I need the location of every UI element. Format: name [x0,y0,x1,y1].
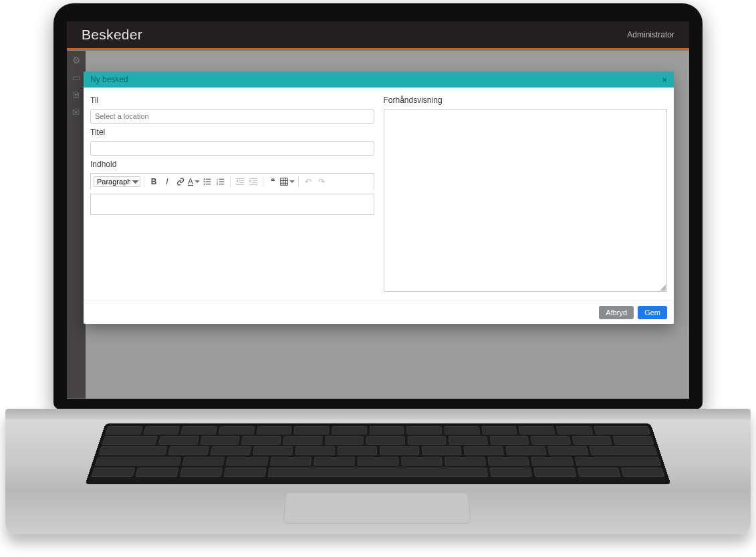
svg-rect-3 [206,181,211,182]
svg-rect-9 [219,181,225,182]
save-button[interactable]: Gem [638,306,667,319]
modal-title: Ny besked [90,75,128,84]
app-header: Beskeder Administrator [67,21,689,49]
preview-label: Forhåndsvisning [384,96,668,105]
italic-button[interactable]: I [161,176,173,188]
to-label: Til [90,96,374,105]
svg-rect-17 [249,178,257,179]
svg-rect-11 [219,184,225,184]
current-user-label: Administrator [627,30,674,39]
laptop-base [5,409,751,534]
svg-rect-15 [239,182,245,183]
preview-area [384,109,668,292]
svg-rect-22 [281,178,288,186]
page-title: Beskeder [82,27,142,43]
modal-body: Til Titel Indhold Paragraph B I [84,87,674,300]
numbered-list-button[interactable]: 123 [215,176,227,188]
content-editor[interactable] [90,194,374,215]
resize-handle-icon[interactable] [660,285,666,291]
svg-point-0 [204,178,205,180]
screen: Beskeder Administrator ⚙ ▭ 🗎 ✉ Ny besked… [67,21,689,399]
bold-button[interactable]: B [148,176,160,188]
form-column: Til Titel Indhold Paragraph B I [90,96,374,292]
svg-rect-7 [219,179,225,180]
modal-footer: Afbryd Gem [84,300,674,324]
laptop-trackpad [283,492,471,524]
preview-column: Forhåndsvisning [384,96,668,292]
font-color-button[interactable]: A [188,176,200,188]
svg-rect-20 [253,182,258,183]
to-location-select[interactable] [90,109,374,124]
paragraph-style-select[interactable]: Paragraph [94,176,140,187]
svg-rect-12 [236,178,244,179]
table-button[interactable] [280,176,295,188]
modal-header: Ny besked × [84,71,674,87]
svg-text:3: 3 [217,183,218,186]
svg-marker-19 [249,180,251,183]
bullet-list-button[interactable] [201,176,213,188]
title-input[interactable] [90,141,374,156]
svg-rect-1 [206,179,211,180]
cancel-button[interactable]: Afbryd [599,306,634,319]
undo-button[interactable]: ↶ [302,176,314,188]
svg-rect-13 [239,180,245,181]
outdent-button[interactable] [234,176,246,188]
svg-rect-21 [249,184,257,185]
svg-point-4 [204,184,205,185]
content-label: Indhold [90,160,374,169]
redo-button[interactable]: ↷ [316,176,328,188]
editor-toolbar: Paragraph B I A 123 [90,173,374,190]
title-label: Titel [90,128,374,137]
link-button[interactable] [174,176,186,188]
svg-rect-16 [236,184,244,185]
laptop-frame: Beskeder Administrator ⚙ ▭ 🗎 ✉ Ny besked… [0,0,756,557]
svg-marker-14 [236,180,238,183]
svg-rect-18 [253,180,258,181]
close-icon[interactable]: × [662,75,667,85]
new-message-modal: Ny besked × Til Titel Indhold Paragraph [84,71,674,324]
blockquote-button[interactable]: ❝ [267,176,279,188]
indent-button[interactable] [247,176,259,188]
laptop-keyboard [85,423,670,484]
svg-rect-5 [206,184,211,184]
svg-point-2 [204,181,205,182]
